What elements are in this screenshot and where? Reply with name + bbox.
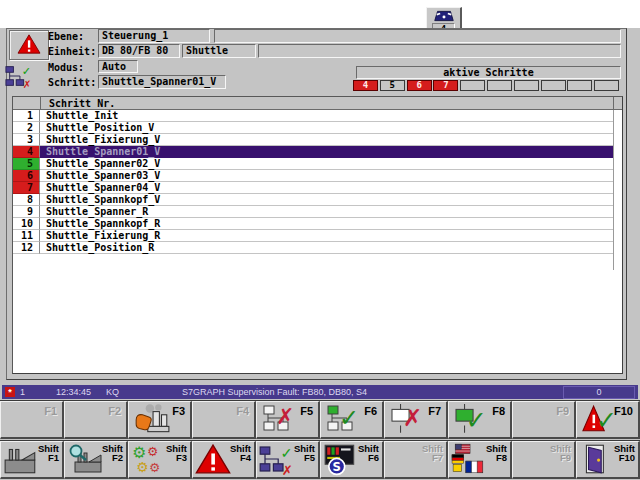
function-key-f9: F9 bbox=[512, 401, 576, 439]
step-name-cell: Shuttle_Fixierung_R bbox=[40, 230, 614, 242]
function-key-label: F7 bbox=[428, 405, 441, 417]
function-key-shift-f1[interactable]: ShiftF1 bbox=[0, 441, 64, 479]
svg-text:✗: ✗ bbox=[403, 404, 423, 432]
sequence-status-icon: ✓✗ bbox=[5, 63, 33, 89]
step-name-cell: Shuttle_Spanner_R bbox=[40, 206, 614, 218]
active-step-indicator bbox=[567, 80, 592, 91]
function-key-label: ShiftF10 bbox=[614, 444, 635, 462]
step-name-cell: Shuttle_Spannkopf_R bbox=[40, 218, 614, 230]
function-key-label: F5 bbox=[300, 405, 313, 417]
column-divider bbox=[613, 97, 614, 110]
step-table: Schritt Nr. 1Shuttle_Init2Shuttle_Positi… bbox=[12, 96, 623, 374]
svg-text:⚙: ⚙ bbox=[147, 444, 158, 459]
function-key-shift-f3[interactable]: ⚙⚙⚙⚙ShiftF3 bbox=[128, 441, 192, 479]
svg-text:✓: ✓ bbox=[339, 404, 359, 432]
table-right-divider bbox=[613, 110, 614, 270]
svg-text:S: S bbox=[333, 460, 341, 474]
active-step-indicator: 5 bbox=[380, 80, 405, 91]
function-key-f7[interactable]: ✗F7 bbox=[384, 401, 448, 439]
plant-search-icon bbox=[67, 442, 103, 476]
step-number-cell: 6 bbox=[13, 170, 40, 182]
function-key-shift-f2[interactable]: ShiftF2 bbox=[64, 441, 128, 479]
table-row[interactable]: 3Shuttle_Fixierung_V bbox=[13, 134, 614, 146]
svg-text:✓: ✓ bbox=[281, 445, 293, 461]
function-key-shift-f5[interactable]: ✓✗ShiftF5 bbox=[256, 441, 320, 479]
active-step-indicator bbox=[594, 80, 619, 91]
step-number-cell: 3 bbox=[13, 134, 40, 146]
function-key-f2: F2 bbox=[64, 401, 128, 439]
function-key-label: F6 bbox=[364, 405, 377, 417]
function-key-f8[interactable]: ✓F8 bbox=[448, 401, 512, 439]
ebene-extra-field bbox=[214, 29, 621, 43]
active-step-indicator: 6 bbox=[407, 80, 432, 91]
einheit-extra-field bbox=[258, 44, 621, 58]
function-key-label: ShiftF3 bbox=[166, 444, 187, 462]
active-step-indicator bbox=[460, 80, 485, 91]
table-row[interactable]: 6Shuttle_Spanner03_V bbox=[13, 170, 614, 182]
function-key-shift-f8[interactable]: ShiftF8 bbox=[448, 441, 512, 479]
table-row[interactable]: 7Shuttle_Spanner04_V bbox=[13, 182, 614, 194]
sequence-confirm-icon: ✓ bbox=[325, 403, 363, 435]
function-key-f5[interactable]: ✗F5 bbox=[256, 401, 320, 439]
function-key-label: F4 bbox=[236, 405, 249, 417]
table-row[interactable]: 12Shuttle_Position_R bbox=[13, 242, 614, 254]
table-row[interactable]: 10Shuttle_Spannkopf_R bbox=[13, 218, 614, 230]
exit-door-icon bbox=[579, 442, 615, 476]
modus-label: Modus: bbox=[48, 62, 84, 73]
table-row[interactable]: 4Shuttle_Spanner01_V bbox=[13, 146, 614, 158]
active-step-indicator bbox=[541, 80, 566, 91]
alarm-marker-icon: * bbox=[5, 387, 15, 397]
gears-icon: ⚙⚙⚙⚙ bbox=[131, 442, 167, 476]
step-name-cell: Shuttle_Position_V bbox=[40, 122, 614, 134]
active-step-indicator bbox=[487, 80, 512, 91]
svg-text:✗: ✗ bbox=[276, 404, 294, 429]
schritt-label: Schritt: bbox=[48, 77, 96, 88]
function-key-label: F3 bbox=[172, 405, 185, 417]
ebene-label: Ebene: bbox=[48, 31, 84, 42]
function-key-label: F8 bbox=[492, 405, 505, 417]
function-key-label: ShiftF2 bbox=[102, 444, 123, 462]
ebene-field: Steuerung_1 bbox=[98, 29, 210, 43]
function-key-shift-f6[interactable]: SShiftF6 bbox=[320, 441, 384, 479]
table-row[interactable]: 8Shuttle_Spannkopf_V bbox=[13, 194, 614, 206]
step-name-cell: Shuttle_Spanner01_V bbox=[40, 146, 614, 158]
step-number-cell: 1 bbox=[13, 110, 40, 122]
step-number-cell: 11 bbox=[13, 230, 40, 242]
alarm-message: S7GRAPH Supervision Fault: FB80, DB80, S… bbox=[182, 387, 367, 397]
function-key-label: ShiftF4 bbox=[230, 444, 251, 462]
active-step-indicator: 4 bbox=[353, 80, 378, 91]
einheit-name-field: Shuttle bbox=[182, 44, 256, 58]
step-name-cell: Shuttle_Position_R bbox=[40, 242, 614, 254]
alarm-state: KQ bbox=[106, 387, 119, 397]
function-key-row-2: ShiftF1ShiftF2⚙⚙⚙⚙ShiftF3ShiftF4✓✗ShiftF… bbox=[0, 440, 640, 479]
function-key-label: ShiftF6 bbox=[358, 444, 379, 462]
step-name-cell: Shuttle_Spanner03_V bbox=[40, 170, 614, 182]
table-header-label: Schritt Nr. bbox=[49, 98, 115, 109]
status-bar: * 1 12:34:45 KQ S7GRAPH Supervision Faul… bbox=[2, 385, 638, 399]
table-row[interactable]: 2Shuttle_Position_V bbox=[13, 122, 614, 134]
step-cancel-icon: ✗ bbox=[389, 403, 427, 435]
step-name-cell: Shuttle_Spanner02_V bbox=[40, 158, 614, 170]
step-name-cell: Shuttle_Spannkopf_V bbox=[40, 194, 614, 206]
step-number-cell: 4 bbox=[13, 146, 40, 158]
step-number-cell: 2 bbox=[13, 122, 40, 134]
active-step-indicator bbox=[514, 80, 539, 91]
function-key-label: ShiftF8 bbox=[486, 444, 507, 462]
function-key-shift-f10[interactable]: ShiftF10 bbox=[576, 441, 640, 479]
table-row[interactable]: 9Shuttle_Spanner_R bbox=[13, 206, 614, 218]
einheit-db-field: DB 80/FB 80 bbox=[98, 44, 180, 58]
function-key-f3[interactable]: F3 bbox=[128, 401, 192, 439]
function-key-shift-f9: ShiftF9 bbox=[512, 441, 576, 479]
svg-text:⚙: ⚙ bbox=[136, 459, 148, 475]
function-key-shift-f4[interactable]: ShiftF4 bbox=[192, 441, 256, 479]
step-number-cell: 12 bbox=[13, 242, 40, 254]
table-row[interactable]: 11Shuttle_Fixierung_R bbox=[13, 230, 614, 242]
function-key-row-1: F1F2F3F4✗F5✓F6✗F7✓F8F9✓F10 bbox=[0, 400, 640, 439]
function-key-f10[interactable]: ✓F10 bbox=[576, 401, 640, 439]
alarm-indicator-button[interactable] bbox=[9, 30, 49, 60]
table-row[interactable]: 1Shuttle_Init bbox=[13, 110, 614, 122]
alarm-count: 1 bbox=[20, 387, 25, 397]
table-row[interactable]: 5Shuttle_Spanner02_V bbox=[13, 158, 614, 170]
s7-panel-icon: S bbox=[323, 442, 359, 476]
function-key-f6[interactable]: ✓F6 bbox=[320, 401, 384, 439]
